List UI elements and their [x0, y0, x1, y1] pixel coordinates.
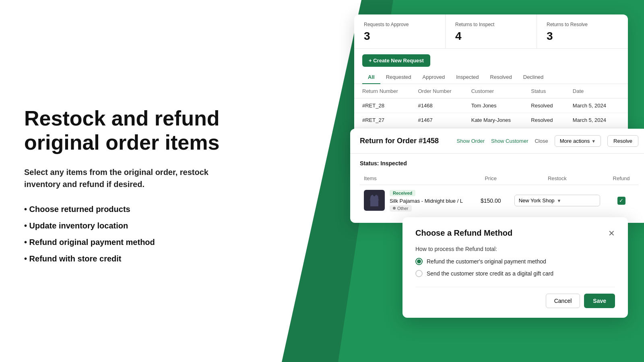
- col-status: Status: [523, 84, 565, 99]
- stat-box-2: Returns to Resolve 3: [537, 14, 628, 48]
- status-cell: Resolved: [523, 113, 565, 128]
- stat-label-0: Requests to Approve: [364, 22, 436, 27]
- stat-label-1: Returns to Inspect: [455, 22, 527, 27]
- received-badge: Received: [390, 190, 415, 196]
- date-cell: March 5, 2024: [565, 99, 628, 113]
- card-toolbar: + Create New Request: [354, 49, 628, 67]
- save-button[interactable]: Save: [584, 294, 615, 308]
- return-num-cell: #RET_28: [354, 99, 410, 113]
- return-num-cell: #RET_27: [354, 113, 410, 128]
- dialog-close-button[interactable]: ✕: [608, 229, 615, 237]
- resolve-button[interactable]: Resolve: [607, 135, 638, 147]
- check-icon: ✓: [619, 197, 623, 204]
- radio-label-0: Refund the customer's original payment m…: [427, 258, 546, 265]
- other-badge: Other: [390, 205, 412, 212]
- restock-location-select[interactable]: New York Shop ▼: [514, 195, 600, 206]
- bullet-item: Update inventory location: [24, 221, 233, 230]
- filter-tab-all[interactable]: All: [362, 71, 380, 84]
- close-link[interactable]: Close: [535, 138, 548, 144]
- item-cell: Received Silk Pajamas - Midnight blue / …: [360, 185, 471, 216]
- stats-row: Requests to Approve 3 Returns to Inspect…: [354, 14, 628, 49]
- dialog-actions: Cancel Save: [415, 287, 615, 308]
- show-customer-link[interactable]: Show Customer: [491, 138, 528, 144]
- order-detail-card: Return for Order #1458 Show Order Show C…: [350, 129, 644, 223]
- order-detail-header: Return for Order #1458 Show Order Show C…: [350, 129, 644, 154]
- bullet-list: Choose returned productsUpdate inventory…: [24, 205, 233, 263]
- main-heading: Restock and refund original order items: [24, 107, 233, 155]
- table-row[interactable]: #RET_27 #1467 Kate Mary-Jones Resolved M…: [354, 113, 628, 128]
- restock-chevron-icon: ▼: [557, 198, 561, 203]
- order-detail-title: Return for Order #1458: [360, 137, 450, 145]
- items-col-items: Items: [360, 172, 471, 185]
- col-order-number: Order Number: [410, 84, 463, 99]
- col-customer: Customer: [463, 84, 523, 99]
- stat-value-1: 4: [455, 30, 527, 43]
- dialog-header: Choose a Refund Method ✕: [415, 228, 615, 238]
- filter-tab-approved[interactable]: Approved: [417, 71, 451, 84]
- filter-tab-resolved[interactable]: Resolved: [485, 71, 518, 84]
- dialog-title: Choose a Refund Method: [415, 228, 512, 238]
- date-cell: March 5, 2024: [565, 113, 628, 128]
- status-cell: Resolved: [523, 99, 565, 113]
- chevron-down-icon: ▼: [591, 139, 596, 144]
- create-new-request-button[interactable]: + Create New Request: [362, 54, 430, 67]
- stat-box-1: Returns to Inspect 4: [446, 14, 537, 48]
- dialog-question: How to process the Refund total:: [415, 246, 615, 252]
- refund-cell: ✓: [604, 185, 638, 216]
- order-num-cell: #1468: [410, 99, 463, 113]
- radio-option-0[interactable]: Refund the customer's original payment m…: [415, 258, 615, 265]
- items-col-refund: Refund: [604, 172, 638, 185]
- order-num-cell: #1467: [410, 113, 463, 128]
- price-cell: $150.00: [471, 185, 510, 216]
- show-order-link[interactable]: Show Order: [457, 138, 485, 144]
- bullet-item: Choose returned products: [24, 205, 233, 214]
- sub-heading: Select any items from the original order…: [24, 166, 233, 190]
- restock-location-label: New York Shop: [519, 197, 555, 204]
- status-label: Status: Inspected: [360, 160, 638, 167]
- item-name: Silk Pajamas - Midnight blue / L: [390, 198, 463, 204]
- filter-tab-declined[interactable]: Declined: [518, 71, 549, 84]
- stat-value-0: 3: [364, 30, 436, 43]
- order-detail-body: Status: Inspected Items Price Restock Re…: [350, 154, 644, 223]
- items-col-price: Price: [471, 172, 510, 185]
- refund-checkbox[interactable]: ✓: [617, 197, 625, 205]
- bullet-item: Refund original payment method: [24, 238, 233, 247]
- customer-cell: Kate Mary-Jones: [463, 113, 523, 128]
- refund-dialog: Choose a Refund Method ✕ How to process …: [402, 217, 628, 318]
- more-actions-button[interactable]: More actions ▼: [555, 135, 601, 147]
- stat-box-0: Requests to Approve 3: [354, 14, 446, 48]
- other-dot: [393, 207, 396, 210]
- item-row: Received Silk Pajamas - Midnight blue / …: [360, 185, 638, 216]
- other-label: Other: [397, 206, 409, 211]
- more-actions-label: More actions: [560, 138, 590, 144]
- col-return-number: Return Number: [354, 84, 410, 99]
- radio-option-1[interactable]: Send the customer store credit as a digi…: [415, 270, 615, 277]
- filter-tab-inspected[interactable]: Inspected: [450, 71, 484, 84]
- radio-label-1: Send the customer store credit as a digi…: [427, 270, 553, 277]
- items-col-restock: Restock: [510, 172, 604, 185]
- item-info: Received Silk Pajamas - Midnight blue / …: [385, 190, 463, 212]
- stat-label-2: Returns to Resolve: [547, 22, 618, 27]
- items-table: Items Price Restock Refund: [360, 172, 638, 216]
- filter-tab-requested[interactable]: Requested: [380, 71, 417, 84]
- customer-cell: Tom Jones: [463, 99, 523, 113]
- left-panel: Restock and refund original order items …: [0, 0, 258, 362]
- radio-store-credit[interactable]: [415, 270, 423, 277]
- col-date: Date: [565, 84, 628, 99]
- filter-tabs: All Requested Approved Inspected Resolve…: [354, 67, 628, 84]
- cancel-button[interactable]: Cancel: [546, 294, 580, 308]
- bullet-item: Refund with store credit: [24, 254, 233, 263]
- radio-original-payment[interactable]: [415, 258, 423, 265]
- item-thumbnail: [364, 190, 385, 211]
- restock-cell: New York Shop ▼: [510, 185, 604, 216]
- table-row[interactable]: #RET_28 #1468 Tom Jones Resolved March 5…: [354, 99, 628, 113]
- stat-value-2: 3: [547, 30, 618, 43]
